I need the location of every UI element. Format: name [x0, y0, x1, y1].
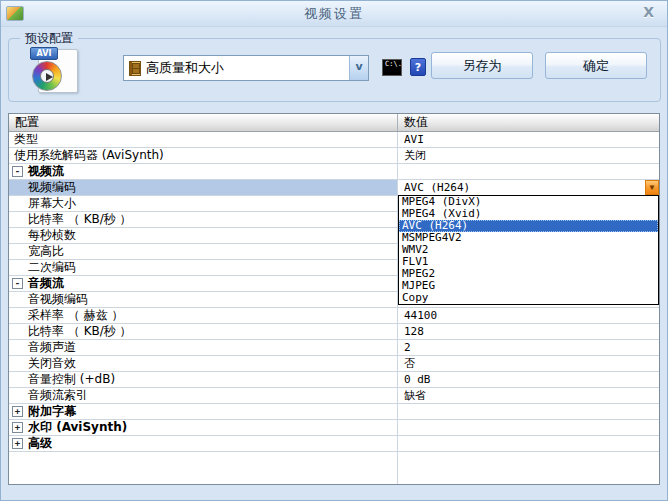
row-label: 比特率 （ KB/秒 ） [9, 324, 398, 339]
table-row-3[interactable]: 视频编码AVC (H264)▼ [9, 180, 659, 196]
row-label: 采样率 （ 赫兹 ） [9, 308, 398, 323]
row-label: 每秒桢数 [9, 228, 398, 243]
table-row-15[interactable]: 音量控制 (+dB)0 dB [9, 372, 659, 388]
row-value: 2 [398, 340, 659, 355]
row-label-text: 高级 [28, 436, 52, 451]
preset-combo-value: 高质量和大小 [146, 56, 224, 80]
codec-dropdown-list: MPEG4 (DivX)MPEG4 (Xvid)AVC (H264)MSMPEG… [398, 195, 659, 305]
video-settings-dialog: 视频设置 X 预设配置 AVI 高质量和大小 v C:\. ? 另存为 确定 配… [0, 0, 668, 501]
row-label-text: 音频流 [28, 276, 64, 291]
row-label-text: 采样率 （ 赫兹 ） [28, 308, 123, 323]
row-label: -视频流 [9, 164, 398, 179]
row-label-text: 音频声道 [28, 340, 76, 355]
row-label: 音量控制 (+dB) [9, 372, 398, 387]
table-empty-area [9, 452, 659, 484]
row-label-text: 二次编码 [28, 260, 76, 275]
row-label: -音频流 [9, 276, 398, 291]
row-label-text: 附加字幕 [28, 404, 76, 419]
row-label-text: 每秒桢数 [28, 228, 76, 243]
row-label: 关闭音效 [9, 356, 398, 371]
table-row-12[interactable]: 比特率 （ KB/秒 ）128 [9, 324, 659, 340]
row-value: 128 [398, 324, 659, 339]
row-label-text: 宽高比 [28, 244, 64, 259]
codec-option-7[interactable]: MJPEG [399, 280, 658, 292]
row-label: 使用系统解码器 (AviSynth) [9, 148, 398, 163]
row-label-text: 类型 [14, 132, 38, 147]
row-value: AVC (H264)▼ [398, 180, 659, 195]
avi-format-icon: AVI [30, 47, 82, 95]
expand-icon[interactable]: + [12, 438, 23, 449]
value-dropdown-button[interactable]: ▼ [645, 180, 659, 195]
row-label-text: 音频流索引 [28, 388, 88, 403]
row-label: 音频声道 [9, 340, 398, 355]
film-strip-icon [129, 61, 141, 76]
table-row-18[interactable]: +水印 (AviSynth) [9, 420, 659, 436]
table-row-0[interactable]: 类型AVI [9, 132, 659, 148]
titlebar[interactable]: 视频设置 X [1, 1, 667, 27]
close-icon[interactable]: X [643, 4, 654, 20]
header-value-column: 数值 [398, 114, 659, 131]
codec-option-5[interactable]: FLV1 [399, 256, 658, 268]
empty-value-cell [398, 452, 659, 484]
row-value [398, 404, 659, 419]
row-label-text: 屏幕大小 [28, 196, 76, 211]
row-value: 0 dB [398, 372, 659, 387]
table-row-2[interactable]: -视频流 [9, 164, 659, 180]
preset-combobox[interactable]: 高质量和大小 v [123, 55, 369, 81]
codec-option-1[interactable]: MPEG4 (Xvid) [399, 208, 658, 220]
row-label-text: 使用系统解码器 (AviSynth) [14, 148, 164, 163]
collapse-icon[interactable]: - [12, 166, 23, 177]
row-value: AVI [398, 132, 659, 147]
codec-option-6[interactable]: MPEG2 [399, 268, 658, 280]
row-label: +高级 [9, 436, 398, 451]
row-label-text: 比特率 （ KB/秒 ） [28, 212, 132, 227]
row-value: 关闭 [398, 148, 659, 163]
codec-option-8[interactable]: Copy [399, 292, 658, 304]
ok-button[interactable]: 确定 [545, 52, 647, 79]
chevron-down-icon[interactable]: v [349, 56, 368, 80]
empty-name-cell [9, 452, 398, 484]
help-button[interactable]: ? [410, 58, 426, 76]
row-value: 44100 [398, 308, 659, 323]
header-config-column: 配置 [9, 114, 398, 131]
save-as-button[interactable]: 另存为 [431, 52, 533, 79]
avi-badge: AVI [30, 47, 58, 60]
dialog-title: 视频设置 [1, 1, 667, 27]
row-label: 音频流索引 [9, 388, 398, 403]
row-value [398, 164, 659, 179]
table-header: 配置 数值 [9, 114, 659, 132]
row-label-text: 关闭音效 [28, 356, 76, 371]
codec-option-3[interactable]: MSMPEG4V2 [399, 232, 658, 244]
table-row-14[interactable]: 关闭音效否 [9, 356, 659, 372]
row-label: +附加字幕 [9, 404, 398, 419]
table-row-1[interactable]: 使用系统解码器 (AviSynth)关闭 [9, 148, 659, 164]
color-wheel-icon [32, 61, 62, 91]
codec-option-4[interactable]: WMV2 [399, 244, 658, 256]
row-label-text: 水印 (AviSynth) [28, 420, 127, 435]
codec-option-0[interactable]: MPEG4 (DivX) [399, 196, 658, 208]
table-row-16[interactable]: 音频流索引缺省 [9, 388, 659, 404]
row-value: 否 [398, 356, 659, 371]
table-row-19[interactable]: +高级 [9, 436, 659, 452]
row-label-text: 比特率 （ KB/秒 ） [28, 324, 132, 339]
command-line-icon[interactable]: C:\. [382, 59, 402, 76]
row-label: +水印 (AviSynth) [9, 420, 398, 435]
expand-icon[interactable]: + [12, 422, 23, 433]
row-value [398, 436, 659, 451]
expand-icon[interactable]: + [12, 406, 23, 417]
row-label: 视频编码 [9, 180, 398, 195]
row-label: 比特率 （ KB/秒 ） [9, 212, 398, 227]
preset-group-label: 预设配置 [20, 30, 78, 47]
table-row-13[interactable]: 音频声道2 [9, 340, 659, 356]
collapse-icon[interactable]: - [12, 278, 23, 289]
row-label: 二次编码 [9, 260, 398, 275]
row-label-text: 音量控制 (+dB) [28, 372, 115, 387]
codec-option-2[interactable]: AVC (H264) [399, 220, 658, 232]
row-label-text: 音视频编码 [28, 292, 88, 307]
row-label-text: 视频编码 [28, 180, 76, 195]
table-row-11[interactable]: 采样率 （ 赫兹 ）44100 [9, 308, 659, 324]
table-row-17[interactable]: +附加字幕 [9, 404, 659, 420]
row-label: 类型 [9, 132, 398, 147]
row-label: 音视频编码 [9, 292, 398, 307]
row-label: 宽高比 [9, 244, 398, 259]
